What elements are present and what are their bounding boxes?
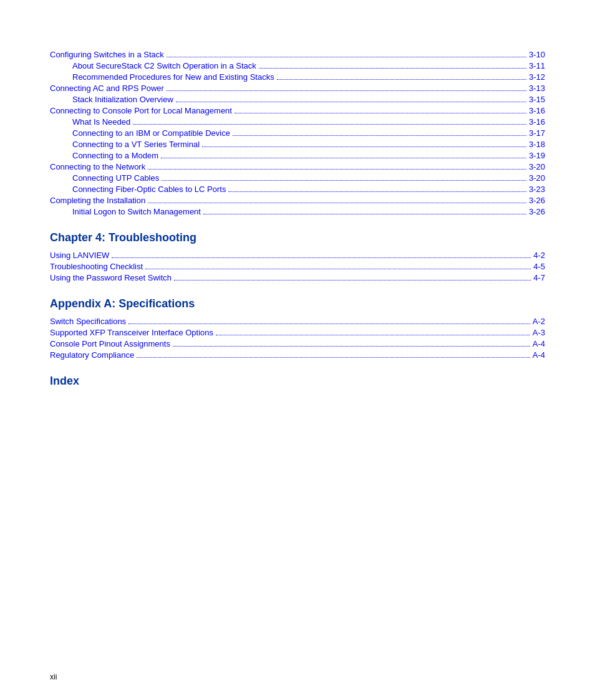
toc-entry-completing-install[interactable]: Completing the Installation 3-26 xyxy=(50,196,545,205)
toc-label-connecting-console: Connecting to Console Port for Local Man… xyxy=(50,106,232,115)
toc-entry-connecting-fiber[interactable]: Connecting Fiber-Optic Cables to LC Port… xyxy=(50,185,545,194)
toc-page-connecting-ibm: 3-17 xyxy=(529,128,545,138)
index-heading: Index xyxy=(50,375,545,388)
toc-entry-using-lanview[interactable]: Using LANVIEW 4-2 xyxy=(50,251,545,260)
toc-entry-switch-specs[interactable]: Switch Specifications A-2 xyxy=(50,317,545,326)
toc-label-connecting-ibm: Connecting to an IBM or Compatible Devic… xyxy=(72,128,230,138)
toc-dots xyxy=(202,146,526,147)
toc-page-switch-specs: A-2 xyxy=(533,317,545,326)
toc-entry-connecting-vt[interactable]: Connecting to a VT Series Terminal 3-18 xyxy=(50,140,545,149)
page-content: Configuring Switches in a Stack 3-10 Abo… xyxy=(0,0,595,440)
toc-entry-what-is-needed[interactable]: What Is Needed 3-16 xyxy=(50,117,545,127)
toc-entry-recommended-procedures[interactable]: Recommended Procedures for New and Exist… xyxy=(50,72,545,82)
toc-label-console-pinout: Console Port Pinout Assignments xyxy=(50,339,170,348)
toc-entry-configuring-switches[interactable]: Configuring Switches in a Stack 3-10 xyxy=(50,50,545,59)
toc-dots xyxy=(176,102,526,102)
toc-dots xyxy=(235,113,526,113)
toc-page-about-securestack: 3-11 xyxy=(529,61,545,70)
toc-label-recommended-procedures: Recommended Procedures for New and Exist… xyxy=(72,72,274,82)
toc-page-connecting-network: 3-20 xyxy=(529,162,545,171)
toc-dots xyxy=(133,124,526,125)
toc-label-connecting-utp: Connecting UTP Cables xyxy=(72,173,159,183)
toc-entry-about-securestack[interactable]: About SecureStack C2 Switch Operation in… xyxy=(50,61,545,70)
toc-label-completing-install: Completing the Installation xyxy=(50,196,145,205)
toc-page-connecting-ac: 3-13 xyxy=(529,84,545,93)
toc-dots xyxy=(277,79,526,80)
toc-page-xfp-transceiver: A-3 xyxy=(533,328,545,337)
toc-dots xyxy=(228,191,526,192)
toc-label-using-lanview: Using LANVIEW xyxy=(50,251,109,260)
index-section: Index xyxy=(50,375,545,388)
toc-page-password-reset: 4-7 xyxy=(533,273,545,282)
toc-label-about-securestack: About SecureStack C2 Switch Operation in… xyxy=(72,61,256,70)
toc-page-recommended-procedures: 3-12 xyxy=(529,72,545,82)
toc-dots xyxy=(203,214,526,214)
toc-label-password-reset: Using the Password Reset Switch xyxy=(50,273,172,282)
page-number: xii xyxy=(50,673,57,681)
toc-page-console-pinout: A-4 xyxy=(533,339,545,348)
toc-label-troubleshooting-checklist: Troubleshooting Checklist xyxy=(50,262,143,271)
toc-label-switch-specs: Switch Specifications xyxy=(50,317,126,326)
toc-page-connecting-modem: 3-19 xyxy=(529,151,545,160)
toc-dots xyxy=(162,180,526,181)
toc-entry-connecting-utp[interactable]: Connecting UTP Cables 3-20 xyxy=(50,173,545,183)
toc-page-connecting-utp: 3-20 xyxy=(529,173,545,183)
toc-entry-connecting-console[interactable]: Connecting to Console Port for Local Man… xyxy=(50,106,545,115)
toc-page-what-is-needed: 3-16 xyxy=(529,117,545,127)
toc-label-connecting-modem: Connecting to a Modem xyxy=(72,151,158,160)
toc-dots xyxy=(112,257,531,258)
toc-entry-connecting-modem[interactable]: Connecting to a Modem 3-19 xyxy=(50,151,545,160)
toc-dots xyxy=(148,169,526,170)
toc-label-initial-logon: Initial Logon to Switch Management xyxy=(72,207,201,216)
chapter4-section: Chapter 4: Troubleshooting Using LANVIEW… xyxy=(50,231,545,282)
appendixa-heading: Appendix A: Specifications xyxy=(50,297,545,310)
toc-page-completing-install: 3-26 xyxy=(529,196,545,205)
toc-page-troubleshooting-checklist: 4-5 xyxy=(533,262,545,271)
toc-page-initial-logon: 3-26 xyxy=(529,207,545,216)
toc-page-connecting-console: 3-16 xyxy=(529,106,545,115)
toc-entry-regulatory-compliance[interactable]: Regulatory Compliance A-4 xyxy=(50,350,545,360)
toc-entry-xfp-transceiver[interactable]: Supported XFP Transceiver Interface Opti… xyxy=(50,328,545,337)
toc-page-regulatory-compliance: A-4 xyxy=(533,350,545,360)
toc-dots xyxy=(161,158,526,158)
toc-dots xyxy=(174,280,531,280)
toc-page-connecting-vt: 3-18 xyxy=(529,140,545,149)
toc-entry-console-pinout[interactable]: Console Port Pinout Assignments A-4 xyxy=(50,339,545,348)
toc-dots xyxy=(148,203,526,203)
toc-dots xyxy=(137,357,530,358)
toc-dots xyxy=(167,57,526,57)
toc-dots xyxy=(167,90,526,91)
toc-entry-troubleshooting-checklist[interactable]: Troubleshooting Checklist 4-5 xyxy=(50,262,545,271)
toc-label-connecting-network: Connecting to the Network xyxy=(50,162,145,171)
toc-entry-connecting-ibm[interactable]: Connecting to an IBM or Compatible Devic… xyxy=(50,128,545,138)
chapter4-heading: Chapter 4: Troubleshooting xyxy=(50,231,545,244)
toc-entry-initial-logon[interactable]: Initial Logon to Switch Management 3-26 xyxy=(50,207,545,216)
toc-label-xfp-transceiver: Supported XFP Transceiver Interface Opti… xyxy=(50,328,213,337)
toc-label-configuring-switches: Configuring Switches in a Stack xyxy=(50,50,164,59)
toc-label-connecting-fiber: Connecting Fiber-Optic Cables to LC Port… xyxy=(72,185,226,194)
toc-label-stack-init: Stack Initialization Overview xyxy=(72,95,173,104)
toc-dots xyxy=(233,135,526,136)
toc-label-what-is-needed: What Is Needed xyxy=(72,117,130,127)
toc-label-connecting-ac: Connecting AC and RPS Power xyxy=(50,84,164,93)
appendixa-section: Appendix A: Specifications Switch Specif… xyxy=(50,297,545,360)
toc-dots xyxy=(216,335,530,335)
toc-page-using-lanview: 4-2 xyxy=(533,251,545,260)
toc-dots xyxy=(259,68,526,69)
toc-page-stack-init: 3-15 xyxy=(529,95,545,104)
toc-entry-connecting-network[interactable]: Connecting to the Network 3-20 xyxy=(50,162,545,171)
toc-page-configuring-switches: 3-10 xyxy=(529,50,545,59)
toc-label-regulatory-compliance: Regulatory Compliance xyxy=(50,350,134,360)
toc-entry-connecting-ac[interactable]: Connecting AC and RPS Power 3-13 xyxy=(50,84,545,93)
toc-label-connecting-vt: Connecting to a VT Series Terminal xyxy=(72,140,200,149)
toc-dots xyxy=(173,346,530,347)
toc-continuation: Configuring Switches in a Stack 3-10 Abo… xyxy=(50,50,545,216)
toc-dots xyxy=(128,324,530,324)
toc-entry-password-reset[interactable]: Using the Password Reset Switch 4-7 xyxy=(50,273,545,282)
toc-entry-stack-init[interactable]: Stack Initialization Overview 3-15 xyxy=(50,95,545,104)
toc-page-connecting-fiber: 3-23 xyxy=(529,185,545,194)
toc-dots xyxy=(145,269,531,269)
